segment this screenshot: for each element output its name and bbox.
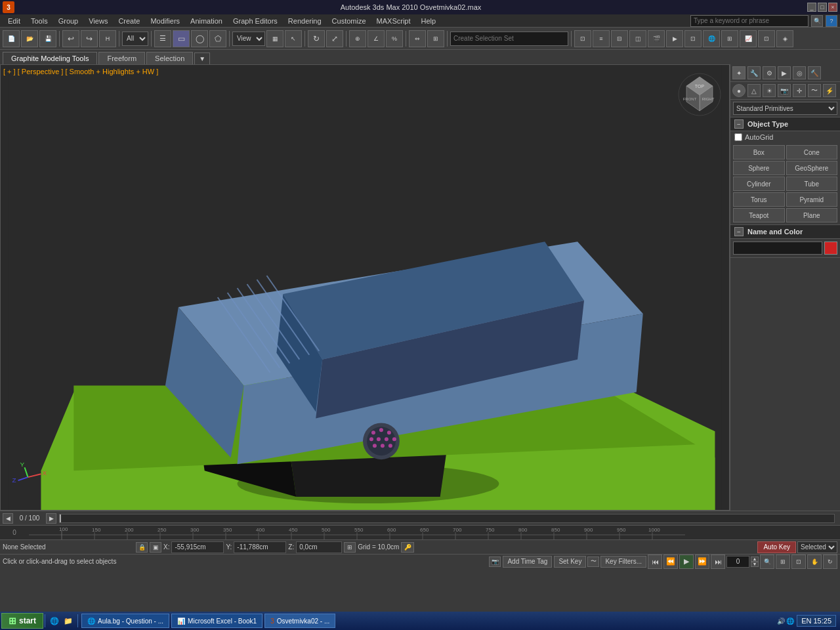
quicklaunch-explorer-icon[interactable]: 📁	[62, 614, 75, 627]
taskbar-excel[interactable]: 📊 Microsoft Excel - Book1	[171, 614, 262, 628]
prev-frame-btn[interactable]: ⏪	[663, 555, 678, 569]
viewport[interactable]: [ + ] [ Perspective ] [ Smooth + Highlig…	[0, 64, 730, 511]
snap-angle-btn[interactable]: ∠	[368, 30, 385, 47]
sphere-btn[interactable]: Sphere	[733, 161, 785, 175]
pan-btn[interactable]: ✋	[807, 555, 822, 569]
close-btn[interactable]: ×	[828, 3, 837, 12]
camera-icon[interactable]: 📷	[489, 556, 501, 567]
set-key-btn[interactable]: Set Key	[554, 556, 586, 568]
select-fence-btn[interactable]: ⬠	[209, 30, 226, 47]
zoom-all-btn[interactable]: ⊞	[776, 555, 790, 569]
lock-icon[interactable]: 🔒	[136, 542, 148, 553]
snap-percent-btn[interactable]: %	[386, 30, 403, 47]
select-filter-btn[interactable]: ▦	[266, 30, 284, 47]
menu-customize[interactable]: Customize	[327, 16, 371, 26]
geosphere-btn[interactable]: GeoSphere	[786, 161, 838, 175]
timeline-prev[interactable]: ◀	[3, 513, 13, 524]
menu-maxscript[interactable]: MAXScript	[371, 16, 416, 26]
menu-views[interactable]: Views	[83, 16, 113, 26]
object-name-input[interactable]	[733, 242, 822, 255]
frame-up-btn[interactable]: ▲	[751, 556, 759, 562]
next-frame-btn[interactable]: ⏩	[695, 555, 709, 569]
name-color-collapse[interactable]: −	[734, 227, 744, 236]
search-btn[interactable]: 🔍	[811, 15, 823, 27]
create-icon[interactable]: ✦	[732, 66, 746, 79]
help-icon[interactable]: ?	[826, 15, 837, 27]
named-sel-btn[interactable]: ⊡	[574, 30, 591, 47]
viewcube[interactable]: TOP RIGHT FRONT	[677, 72, 723, 117]
rotate-btn[interactable]: ↻	[308, 30, 325, 47]
timeline-next[interactable]: ▶	[46, 513, 56, 524]
render-preview-btn[interactable]: 🎬	[648, 30, 665, 47]
menu-edit[interactable]: Edit	[3, 16, 26, 26]
add-time-tag-btn[interactable]: Add Time Tag	[503, 556, 552, 568]
layer-select[interactable]: All	[122, 32, 148, 46]
tab-selection[interactable]: Selection	[146, 52, 193, 64]
display-icon[interactable]: ◎	[793, 66, 806, 79]
cameras-icon[interactable]: 📷	[778, 84, 791, 97]
tube-btn[interactable]: Tube	[786, 177, 838, 191]
more-tools-btn[interactable]: ⊞	[721, 30, 738, 47]
align-btn[interactable]: ⊞	[427, 30, 444, 47]
lights-icon[interactable]: ☀	[763, 84, 776, 97]
select-circle-btn[interactable]: ◯	[191, 30, 208, 47]
menu-modifiers[interactable]: Modifiers	[145, 16, 185, 26]
menu-animation[interactable]: Animation	[185, 16, 228, 26]
scale-btn[interactable]: ⤢	[326, 30, 343, 47]
cone-btn[interactable]: Cone	[786, 145, 838, 159]
play-btn[interactable]: ▶	[679, 555, 694, 569]
go-end-btn[interactable]: ⏭	[711, 555, 725, 569]
zoom-in-btn[interactable]: 🔍	[760, 555, 774, 569]
go-start-btn[interactable]: ⏮	[648, 555, 662, 569]
timeline-track[interactable]	[59, 514, 835, 523]
zoom-region-btn[interactable]: ⊡	[791, 555, 806, 569]
modify-icon[interactable]: 🔧	[747, 66, 761, 79]
helpers-icon[interactable]: ✛	[793, 84, 806, 97]
grid-icon[interactable]: ⊞	[344, 542, 356, 553]
new-btn[interactable]: 📄	[3, 30, 20, 47]
render-btn[interactable]: ▶	[666, 30, 683, 47]
curve-editor-btn[interactable]: 📈	[740, 30, 757, 47]
key-icon[interactable]: 🔑	[401, 542, 414, 553]
menu-group[interactable]: Group	[53, 16, 84, 26]
utilities-icon[interactable]: 🔨	[808, 66, 821, 79]
layers-btn[interactable]: ≡	[593, 30, 610, 47]
tab-close-btn[interactable]: ▼	[194, 52, 210, 64]
primitives-select[interactable]: Standard Primitives	[733, 102, 837, 115]
selection-icon[interactable]: ▣	[150, 542, 161, 553]
menu-graph-editors[interactable]: Graph Editors	[228, 16, 283, 26]
selection-set-input[interactable]	[450, 32, 568, 46]
tab-freeform[interactable]: Freeform	[98, 52, 145, 64]
select-rect-btn[interactable]: ▭	[173, 30, 190, 47]
snap-btn[interactable]: ⊕	[349, 30, 366, 47]
open-btn[interactable]: 📂	[21, 30, 38, 47]
spacewarps-icon[interactable]: 〜	[808, 84, 821, 97]
key-filters-btn[interactable]: Key Filters...	[600, 556, 646, 568]
mirror-btn[interactable]: ⇔	[409, 30, 426, 47]
menu-help[interactable]: Help	[416, 16, 442, 26]
menu-create[interactable]: Create	[113, 16, 145, 26]
orbit-btn[interactable]: ↻	[823, 555, 837, 569]
clock-display[interactable]: EN 15:25	[797, 615, 836, 627]
cylinder-btn[interactable]: Cylinder	[733, 177, 785, 191]
hierarchy-icon[interactable]: ⚙	[763, 66, 776, 79]
menu-rendering[interactable]: Rendering	[283, 16, 327, 26]
view-select[interactable]: View	[232, 32, 265, 46]
selected-select[interactable]: Selected	[797, 541, 837, 553]
display-btn[interactable]: ◫	[629, 30, 646, 47]
select-btn[interactable]: ↖	[285, 30, 302, 47]
layers2-btn[interactable]: ⊟	[611, 30, 628, 47]
shapes-icon[interactable]: △	[747, 84, 761, 97]
teapot-btn[interactable]: Teapot	[733, 208, 785, 222]
material-btn[interactable]: ◈	[776, 30, 793, 47]
current-frame-input[interactable]	[726, 556, 749, 568]
geometry-icon[interactable]: ●	[732, 84, 746, 97]
systems-icon[interactable]: ⚡	[823, 84, 836, 97]
torus-btn[interactable]: Torus	[733, 192, 785, 207]
redo-btn[interactable]: ↪	[81, 30, 98, 47]
autogrid-checkbox[interactable]	[734, 133, 742, 141]
auto-key-btn[interactable]: Auto Key	[757, 541, 796, 553]
env-effects-btn[interactable]: 🌐	[703, 30, 720, 47]
taskbar-aula[interactable]: 🌐 Aula.bg - Question - ...	[81, 614, 169, 628]
start-button[interactable]: ⊞ start	[1, 613, 43, 629]
